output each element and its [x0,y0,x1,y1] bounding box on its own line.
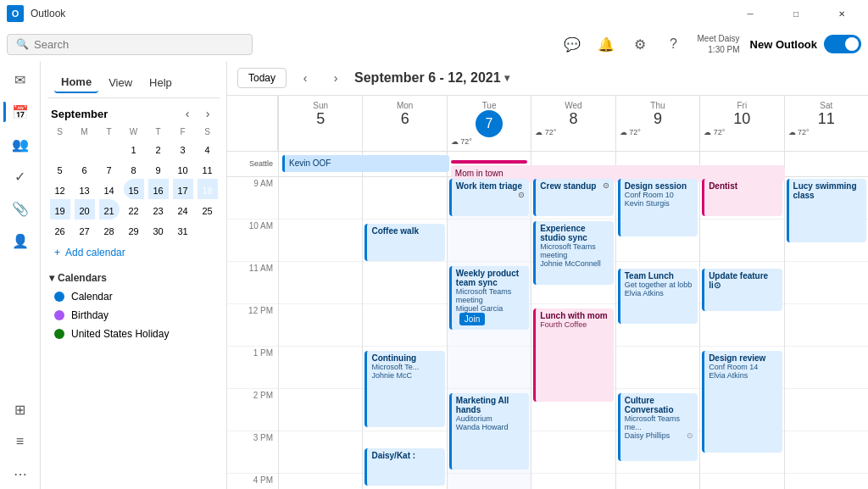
menu-help[interactable]: Help [142,73,179,92]
time-9am: 9 AM [227,177,278,219]
mini-cal-day[interactable]: 2 [148,138,169,158]
mini-cal-day[interactable]: 27 [75,219,95,240]
search-icon: 🔍 [16,38,29,50]
today-button[interactable]: Today [237,68,287,88]
mini-cal-day[interactable]: 29 [124,219,144,240]
mini-cal-day[interactable]: 8 [124,158,144,179]
mini-cal-day[interactable]: 13 [75,179,95,199]
mini-cal-day[interactable]: 10 [173,158,193,179]
mini-cal-day[interactable]: 6 [75,158,95,179]
outlook-toggle-switch[interactable] [824,35,861,53]
mini-cal-title[interactable]: September [51,108,108,120]
sidebar-item-mail[interactable]: ✉ [3,64,37,95]
mini-cal-day[interactable]: 20 [75,199,95,219]
event-marketing[interactable]: Marketing All hands Auditorium Wanda How… [449,393,529,470]
mini-cal-day[interactable]: 15 [124,179,144,199]
event-team-lunch[interactable]: Team Lunch Get together at lobb Elvia At… [618,269,698,324]
event-lucy-swimming[interactable]: Lucy swimming class [787,179,866,242]
mini-cal-day[interactable]: 5 [50,158,70,179]
new-outlook-toggle[interactable]: New Outlook [750,35,861,53]
event-crew-standup[interactable]: Crew standup ⊙ [533,179,613,216]
mini-cal-day[interactable]: 12 [50,179,70,199]
menu-view[interactable]: View [102,73,139,92]
calendars-section-header[interactable]: ▾ Calendars [47,269,220,287]
calendar-item-calendar[interactable]: Calendar [47,287,220,306]
mini-cal-day[interactable]: 9 [148,158,169,179]
event-coffee-walk[interactable]: Coffee walk [364,224,444,261]
event-design-review[interactable]: Design review Conf Room 14 Elvia Atkins [702,351,782,453]
mini-cal-day[interactable]: 1 [124,138,144,158]
close-button[interactable]: ✕ [822,0,861,27]
day-col-mon: Coffee walk Continuing Microsoft Te... J… [362,177,446,489]
event-lunch-mom[interactable]: Lunch with mom Fourth Coffee [533,308,613,402]
mini-cal-day[interactable]: 30 [148,219,169,240]
mini-cal-day[interactable] [75,138,95,158]
mini-cal-day[interactable]: 3 [173,138,193,158]
sidebar-item-feed[interactable]: ≡ [3,426,37,457]
cal-body: 9 AM 10 AM 11 AM 12 PM 1 PM 2 PM 3 PM 4 … [227,177,868,489]
event-weekly-sync[interactable]: Weekly product team sync Microsoft Teams… [449,266,529,330]
event-culture-conv[interactable]: Culture Conversatio Microsoft Teams me..… [618,393,698,461]
mini-cal-prev[interactable]: ‹ [179,105,196,122]
mini-cal-day[interactable]: 4 [198,138,218,158]
mini-cal-day[interactable]: 23 [148,199,169,219]
mini-cal-day[interactable] [50,138,70,158]
minimize-button[interactable]: ─ [731,0,770,27]
mini-cal-day[interactable]: 18 [198,179,218,199]
menu-home[interactable]: Home [54,72,98,93]
next-week-button[interactable]: › [324,66,348,90]
sidebar-item-apps[interactable]: ⋯ [3,458,37,489]
sidebar-item-people[interactable]: 👥 [3,129,37,159]
chat-icon[interactable]: 💬 [559,31,586,58]
event-update-feature[interactable]: Update feature li⊙ [702,269,782,311]
mini-cal-day[interactable] [99,138,120,158]
mini-cal-day[interactable]: 11 [198,158,218,179]
event-dentist[interactable]: Dentist [702,179,782,216]
sidebar-item-calendar[interactable]: 📅 [3,97,37,127]
mini-cal-day[interactable]: 31 [173,219,193,240]
event-design-session-thu[interactable]: Design session Conf Room 10 Kevin Sturgi… [618,179,698,236]
event-continuing[interactable]: Continuing Microsoft Te... Johnie McC [364,351,444,427]
mini-cal-day[interactable]: 26 [50,219,70,240]
mini-cal-day[interactable]: 14 [99,179,120,199]
mini-cal-day[interactable]: 24 [173,199,193,219]
prev-week-button[interactable]: ‹ [293,66,317,90]
mini-cal-day[interactable]: 28 [99,219,120,240]
mini-cal-day[interactable]: 22 [124,199,144,219]
mini-cal-day[interactable]: 16 [148,179,169,199]
sidebar-item-attach[interactable]: 📎 [3,193,37,224]
allday-event-kevin-oof[interactable]: Kevin OOF [282,155,449,172]
event-daisy-kat[interactable]: Daisy/Kat : [364,448,444,486]
event-experience-sync[interactable]: Experience studio sync Microsoft Teams m… [533,221,613,285]
top-bar-icons: 💬 🔔 ⚙ ? [559,31,687,58]
cal-toolbar: Today ‹ › September 6 - 12, 2021 ▾ [227,61,868,96]
mini-cal-day[interactable]: 21 [99,199,120,219]
add-calendar-button[interactable]: + Add calendar [47,243,220,262]
event-work-triage[interactable]: Work item triage ⊙ [449,179,529,216]
settings-icon[interactable]: ⚙ [626,31,654,58]
maximize-button[interactable]: □ [776,0,815,27]
mini-cal-next[interactable]: › [199,105,216,122]
sidebar-item-tasks[interactable]: ✓ [3,161,37,192]
birthday-name: Birthday [71,309,108,321]
help-icon[interactable]: ? [660,31,687,58]
mini-cal-day[interactable] [198,219,218,240]
mini-cal-header: September ‹ › [47,102,220,125]
notification-icon[interactable]: 🔔 [593,31,620,58]
search-box[interactable]: 🔍 [7,34,253,55]
date-range-dropdown[interactable]: ▾ [504,72,509,84]
add-calendar-label: Add calendar [65,247,125,258]
mini-cal-day[interactable]: 7 [99,158,120,179]
app-name: Outlook [31,8,65,19]
mini-cal-day[interactable]: 19 [50,199,70,219]
sidebar-item-groups[interactable]: ⊞ [3,394,37,425]
mini-cal-day[interactable]: 17 [173,179,193,199]
col-header-tue: Tue 7 ☁ 72° [447,96,531,151]
calendar-item-birthday[interactable]: Birthday [47,306,220,325]
holiday-dot [54,329,64,339]
sidebar-item-contacts[interactable]: 👤 [3,225,37,256]
search-input[interactable] [34,38,243,51]
join-button[interactable]: Join [459,313,485,325]
mini-cal-day[interactable]: 25 [198,199,218,219]
calendar-item-us-holiday[interactable]: United States Holiday [47,325,220,343]
